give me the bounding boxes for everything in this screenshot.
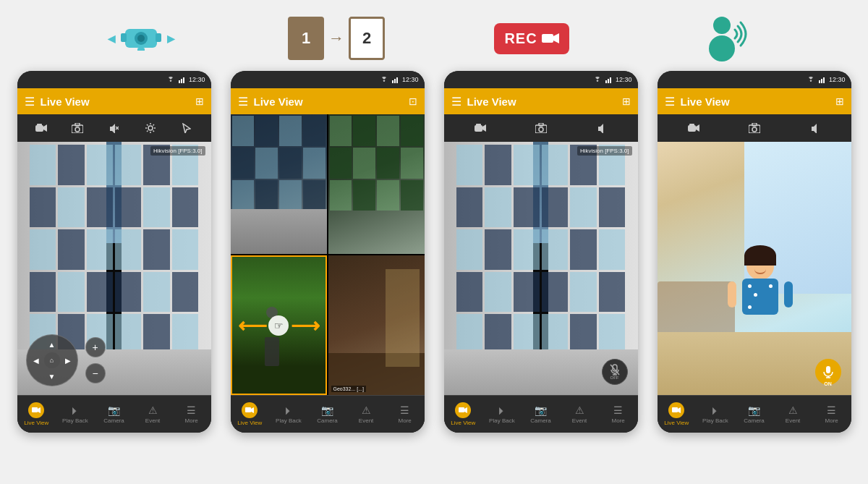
feed-area-1[interactable]: Hikvision [FPS:3.0] ▲ ▼ ◀ ▶ ⌂ + − (17, 142, 211, 395)
feed-area-2[interactable]: ⟵ ⟶ ☞ Geo332... [...] (231, 114, 425, 395)
mute-icon-3[interactable] (596, 122, 608, 134)
svg-rect-60 (752, 123, 757, 126)
svg-rect-54 (823, 77, 825, 83)
signal-icon-1 (179, 76, 186, 83)
menu-icon-2[interactable]: ☰ (238, 95, 248, 109)
dpad-home-1[interactable]: ⌂ (44, 352, 60, 368)
mic-off-button[interactable]: OFF (602, 359, 628, 385)
svg-point-9 (709, 35, 735, 61)
brightness-icon-1[interactable] (145, 122, 156, 134)
layout-icon-2[interactable]: ⊡ (409, 95, 417, 107)
app-header-3: ☰ Live View ⊞ (444, 88, 638, 114)
menu-icon-3[interactable]: ☰ (451, 95, 461, 109)
ptz-icon-block: ◂ ▸ (69, 13, 213, 64)
nav-liveview-1[interactable]: Live View (17, 402, 56, 426)
svg-marker-14 (43, 124, 47, 132)
nav-event-4[interactable]: ⚠ Event (773, 404, 812, 424)
cursor-icon-1[interactable] (181, 122, 192, 134)
nav-liveview-4[interactable]: Live View (658, 402, 697, 426)
d-pad-1[interactable]: ▲ ▼ ◀ ▶ ⌂ (26, 334, 78, 386)
audio-icon (702, 15, 752, 62)
mic-on-button[interactable]: ON (815, 359, 841, 385)
cam-icon-3[interactable] (475, 122, 486, 134)
nav-event-3[interactable]: ⚠ Event (560, 404, 599, 424)
svg-marker-65 (678, 407, 681, 413)
nav-playback-1[interactable]: ⏵ Play Back (56, 404, 95, 424)
nav-playback-4[interactable]: ⏵ Play Back (696, 404, 735, 424)
nav-camera-3[interactable]: 📷 Camera (522, 404, 561, 424)
layout-icon-1[interactable]: ⊞ (195, 95, 204, 107)
app-title-2: Live View (254, 95, 403, 108)
dpad-up-1[interactable]: ▲ (45, 337, 59, 352)
nav-camera-1[interactable]: 📷 Camera (95, 404, 134, 424)
app-header-4: ☰ Live View ⊞ (658, 88, 851, 114)
status-bar-4: 12:30 (658, 71, 851, 88)
svg-rect-53 (821, 79, 822, 83)
svg-marker-56 (696, 124, 699, 132)
nav-camera-4[interactable]: 📷 Camera (735, 404, 774, 424)
rec-icon-block: REC (459, 13, 604, 64)
mute-icon-1[interactable] (108, 122, 119, 134)
wifi-icon-2 (379, 76, 389, 83)
svg-line-27 (153, 131, 154, 132)
rec-badge: REC (494, 23, 569, 54)
dpad-right-1[interactable]: ▶ (61, 353, 75, 368)
menu-icon-1[interactable]: ☰ (25, 95, 35, 109)
svg-marker-41 (482, 124, 486, 132)
layout-icon-4[interactable]: ⊞ (835, 95, 844, 107)
nav-event-1[interactable]: ⚠ Event (133, 404, 172, 424)
dpad-left-1[interactable]: ◀ (29, 353, 43, 368)
svg-rect-39 (610, 77, 611, 83)
building-image-3 (444, 142, 638, 395)
nav-more-3[interactable]: ☰ More (599, 404, 638, 424)
cam-icon-1[interactable] (35, 122, 47, 134)
svg-marker-36 (251, 407, 254, 413)
svg-rect-4 (121, 33, 127, 42)
snapshot-icon-1[interactable] (72, 122, 83, 134)
svg-rect-50 (459, 407, 464, 412)
signal-icon-2 (392, 76, 399, 83)
zoom-out-1[interactable]: − (85, 363, 106, 383)
cam-icon-4[interactable] (688, 122, 699, 134)
multiview-icon-block: 1 → 2 (264, 13, 409, 64)
nav-camera-2[interactable]: 📷 Camera (308, 404, 347, 424)
feed-label-1: Hikvision [FPS:3.0] (150, 146, 205, 156)
app-title-1: Live View (41, 95, 190, 108)
nav-more-2[interactable]: ☰ More (386, 404, 425, 424)
view-arrow-icon: → (328, 29, 344, 48)
nav-liveview-3[interactable]: Live View (444, 402, 483, 426)
toolbar-1 (17, 114, 211, 142)
dpad-down-1[interactable]: ▼ (45, 369, 59, 383)
nav-playback-2[interactable]: ⏵ Play Back (269, 404, 308, 424)
nav-event-2[interactable]: ⚠ Event (346, 404, 386, 424)
feed-area-4[interactable]: ON (658, 142, 851, 395)
svg-rect-33 (394, 79, 396, 83)
svg-rect-11 (181, 79, 182, 83)
feed-area-3[interactable]: Hikvision [FPS:3.0] OFF (444, 142, 638, 395)
ptz-icon: ◂ ▸ (108, 23, 174, 54)
nav-liveview-2[interactable]: Live View (231, 402, 270, 426)
zoom-controls-1: + − (85, 337, 106, 383)
svg-rect-55 (688, 125, 696, 132)
svg-line-26 (147, 124, 148, 126)
layout-icon-3[interactable]: ⊞ (622, 95, 631, 107)
feed-cell-3[interactable]: ⟵ ⟶ ☞ (231, 255, 327, 395)
nav-more-1[interactable]: ☰ More (172, 404, 211, 424)
svg-rect-32 (392, 80, 393, 83)
zoom-in-1[interactable]: + (85, 337, 106, 357)
svg-rect-45 (539, 123, 543, 126)
snapshot-icon-4[interactable] (749, 122, 760, 134)
svg-rect-15 (37, 124, 42, 126)
feed-cell-2[interactable] (328, 114, 425, 254)
nav-playback-3[interactable]: ⏵ Play Back (482, 404, 522, 424)
feed-cell-1[interactable] (231, 114, 327, 254)
menu-icon-4[interactable]: ☰ (665, 95, 675, 109)
nav-more-4[interactable]: ☰ More (812, 404, 851, 424)
svg-point-8 (713, 17, 731, 34)
rec-camera-icon (542, 32, 559, 45)
mute-icon-4[interactable] (809, 122, 821, 134)
app-header-2: ☰ Live View ⊡ (231, 88, 425, 114)
snapshot-icon-3[interactable] (535, 122, 547, 134)
feed-cell-4[interactable]: Geo332... [...] (328, 255, 425, 395)
mic-on-icon (822, 365, 834, 378)
